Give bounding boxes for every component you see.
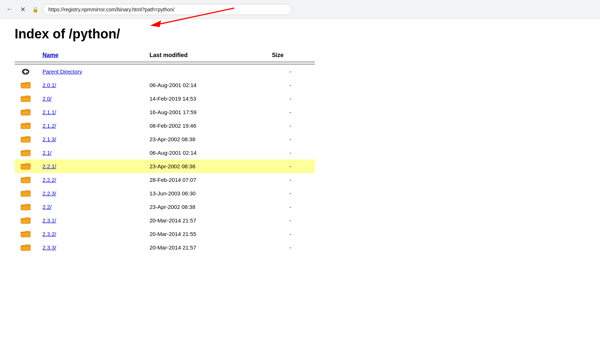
table-row: 2.1.3/23-Apr-2002 08:38- (15, 132, 315, 146)
entry-icon (15, 241, 37, 254)
browser-chrome: ← ✕ 🔒 https://registry.npmmirror.com/bin… (0, 0, 600, 19)
entry-size: - (266, 214, 315, 227)
entry-icon (15, 187, 37, 200)
th-size: Size (266, 49, 315, 62)
entry-name: 2.2/ (37, 200, 144, 214)
table-row: 2.3.2/20-Mar-2014 21:55- (15, 227, 315, 241)
entry-icon (15, 200, 37, 214)
entry-size: - (266, 132, 315, 146)
entry-name: 2.3.3/ (37, 241, 144, 254)
th-modified: Last modified (144, 49, 266, 62)
entry-icon (15, 64, 37, 78)
entry-modified: 23-Apr-2002 08:38 (144, 132, 266, 146)
entry-modified (144, 64, 266, 78)
table-row: 2.3.1/20-Mar-2014 21:57- (15, 214, 315, 227)
entry-name: 2.1/ (37, 146, 144, 160)
close-button[interactable]: ✕ (18, 4, 28, 15)
entry-modified: 20-Mar-2014 21:57 (144, 241, 266, 254)
entry-modified: 06-Aug-2001 02:14 (144, 146, 266, 160)
entry-name-link[interactable]: 2.3.2/ (42, 231, 56, 237)
entry-size: - (266, 105, 315, 119)
page-content: Index of /python/ Name Last modified Siz… (0, 19, 600, 262)
directory-table: Name Last modified Size Parent Directory… (15, 49, 315, 254)
entry-name-link[interactable]: 2.2.3/ (42, 190, 56, 196)
entry-size: - (266, 92, 315, 105)
entry-modified: 08-Feb-2002 19:46 (144, 119, 266, 132)
table-row: 2.1/06-Aug-2001 02:14- (15, 146, 315, 160)
entry-name-link[interactable]: 2.2/ (42, 204, 52, 210)
lock-icon: 🔒 (32, 7, 38, 12)
page-title: Index of /python/ (15, 26, 585, 42)
th-icon (15, 49, 37, 62)
table-row: 2.1.1/16-Aug-2001 17:59- (15, 105, 315, 119)
entry-size: - (266, 160, 315, 173)
entry-icon (15, 173, 37, 187)
entry-name-link[interactable]: 2.2.2/ (42, 177, 56, 183)
entry-name-link[interactable]: 2.3.1/ (42, 217, 56, 224)
url-text: https://registry.npmmirror.com/binary.ht… (48, 7, 175, 12)
entry-modified: 28-Feb-2014 07:07 (144, 173, 266, 187)
th-name: Name (37, 49, 144, 62)
table-row: 2.3.3/20-Mar-2014 21:57- (15, 241, 315, 254)
entry-name-link[interactable]: 2.1.3/ (42, 136, 56, 142)
entry-size: - (266, 173, 315, 187)
entry-size: - (266, 187, 315, 200)
entry-size: - (266, 200, 315, 214)
separator-row (15, 62, 315, 64)
entry-name: 2.1.3/ (37, 132, 144, 146)
name-sort-link[interactable]: Name (42, 52, 59, 58)
entry-name: 2.3.1/ (37, 214, 144, 227)
entry-icon (15, 92, 37, 105)
entry-name-link[interactable]: 2.2.1/ (42, 163, 56, 169)
entry-name: 2.1.2/ (37, 119, 144, 132)
table-row: 2.2.1/23-Apr-2002 08:36- (15, 160, 315, 173)
table-row: 2.2/23-Apr-2002 08:38- (15, 200, 315, 214)
entry-icon (15, 105, 37, 119)
entry-name: 2.3.2/ (37, 227, 144, 241)
entry-name-link[interactable]: 2.0.1/ (42, 82, 56, 88)
entry-name-link[interactable]: 2.3.3/ (42, 244, 56, 251)
entry-modified: 14-Feb-2019 14:53 (144, 92, 266, 105)
nav-buttons: ← ✕ (4, 4, 28, 15)
entry-modified: 23-Apr-2002 08:36 (144, 160, 266, 173)
entry-modified: 13-Jun-2003 06:30 (144, 187, 266, 200)
entry-size: - (266, 227, 315, 241)
entry-icon (15, 78, 37, 92)
entry-name: 2.2.3/ (37, 187, 144, 200)
entry-icon (15, 160, 37, 173)
entry-icon (15, 227, 37, 241)
entry-name: 2.0/ (37, 92, 144, 105)
table-row: 2.1.2/08-Feb-2002 19:46- (15, 119, 315, 132)
entry-size: - (266, 78, 315, 92)
entry-size: - (266, 146, 315, 160)
entry-modified: 20-Mar-2014 21:55 (144, 227, 266, 241)
entry-name: Parent Directory (37, 64, 144, 78)
table-row: 2.0/14-Feb-2019 14:53- (15, 92, 315, 105)
entry-name: 2.0.1/ (37, 78, 144, 92)
entry-modified: 06-Aug-2001 02:14 (144, 78, 266, 92)
back-button[interactable]: ← (4, 4, 15, 15)
table-row: 2.2.3/13-Jun-2003 06:30- (15, 187, 315, 200)
entry-name: 2.2.2/ (37, 173, 144, 187)
entry-icon (15, 132, 37, 146)
entry-size: - (266, 64, 315, 78)
entry-size: - (266, 119, 315, 132)
entry-name: 2.2.1/ (37, 160, 144, 173)
entry-icon (15, 119, 37, 132)
table-row: 2.2.2/28-Feb-2014 07:07- (15, 173, 315, 187)
entry-name-link[interactable]: Parent Directory (42, 68, 82, 75)
entry-icon (15, 214, 37, 227)
table-row: Parent Directory- (15, 64, 315, 78)
address-bar[interactable]: https://registry.npmmirror.com/binary.ht… (43, 4, 292, 15)
entry-modified: 16-Aug-2001 17:59 (144, 105, 266, 119)
entry-name-link[interactable]: 2.1.2/ (42, 123, 56, 129)
entry-name-link[interactable]: 2.0/ (42, 95, 52, 102)
entry-size: - (266, 241, 315, 254)
entry-icon (15, 146, 37, 160)
entry-name: 2.1.1/ (37, 105, 144, 119)
entry-name-link[interactable]: 2.1/ (42, 150, 52, 156)
entry-name-link[interactable]: 2.1.1/ (42, 109, 56, 115)
table-row: 2.0.1/06-Aug-2001 02:14- (15, 78, 315, 92)
entry-modified: 23-Apr-2002 08:38 (144, 200, 266, 214)
table-header-row: Name Last modified Size (15, 49, 315, 62)
